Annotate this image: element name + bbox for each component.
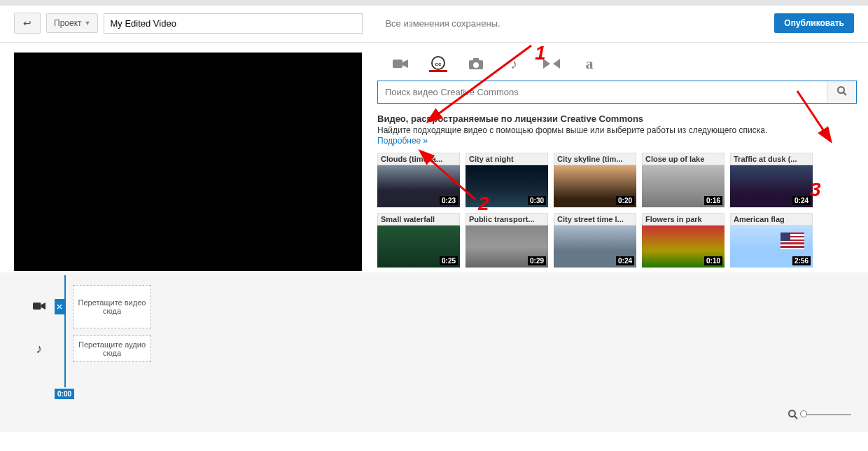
zoom-slider[interactable]: [802, 414, 851, 415]
thumbnail-title: Traffic at dusk (...: [730, 153, 813, 165]
tab-titles[interactable]: a: [580, 55, 598, 72]
thumbnail-duration: 0:25: [440, 256, 458, 265]
thumbnail-title: City street time l...: [554, 213, 636, 226]
thumbnail-image: 0:23: [377, 165, 460, 207]
thumbnail-title: Clouds (time la...: [377, 153, 460, 165]
svg-line-7: [844, 92, 846, 95]
svg-rect-0: [393, 60, 402, 68]
camera-icon: [468, 57, 484, 70]
search-icon: [837, 86, 847, 96]
thumbnail-title: Small waterfall: [377, 213, 460, 226]
video-dropzone[interactable]: Перетащите видео сюда: [73, 285, 151, 328]
thumbnail-image: 0:16: [642, 165, 724, 207]
video-thumbnail[interactable]: City skyline (tim...0:20: [554, 153, 636, 207]
tab-transitions[interactable]: [542, 55, 561, 72]
zoom-knob[interactable]: [800, 410, 807, 417]
header-bar: ↩ Проект▼ Все изменения сохранены. Опубл…: [0, 6, 868, 43]
project-menu[interactable]: Проект▼: [46, 13, 98, 33]
music-note-icon: ♪: [32, 342, 46, 356]
thumbnail-image: 0:25: [377, 226, 460, 268]
video-thumbnail[interactable]: Traffic at dusk (...0:24: [730, 153, 813, 207]
thumbnail-title: Close up of lake: [642, 153, 724, 165]
save-status: Все изменения сохранены.: [385, 18, 500, 29]
video-thumbnail[interactable]: City at night0:30: [465, 153, 548, 207]
video-camera-icon: [393, 58, 408, 69]
svg-rect-4: [473, 58, 479, 61]
tab-photos[interactable]: [467, 55, 485, 72]
thumbnail-image: 0:30: [465, 165, 548, 207]
thumbnail-image: 0:20: [554, 165, 636, 207]
thumbnail-duration: 0:29: [528, 256, 546, 265]
cc-icon: cc: [431, 56, 445, 70]
cc-more-link[interactable]: Подробнее »: [377, 136, 428, 146]
text-icon: a: [586, 55, 594, 73]
thumbnail-title: American flag: [730, 213, 813, 226]
video-thumbnail[interactable]: City street time l...0:24: [554, 213, 636, 268]
thumbnail-duration: 0:10: [704, 256, 722, 265]
svg-line-16: [794, 416, 797, 419]
video-thumbnail[interactable]: Close up of lake0:16: [642, 153, 724, 207]
publish-button[interactable]: Опубликовать: [774, 13, 854, 33]
cc-title: Видео, распространяемые по лицензии Crea…: [377, 113, 848, 124]
cc-results[interactable]: Видео, распространяемые по лицензии Crea…: [377, 113, 857, 270]
playhead-handle[interactable]: [55, 299, 64, 314]
video-track: Перетащите видео сюда: [32, 285, 854, 328]
source-tabs: cc ♪ a: [377, 53, 857, 76]
thumbnail-image: 0:29: [465, 226, 548, 268]
thumbnail-image: 0:24: [554, 226, 636, 268]
search-button[interactable]: [827, 81, 856, 103]
video-preview[interactable]: [14, 53, 362, 271]
svg-point-5: [473, 62, 479, 68]
zoom-control[interactable]: [788, 410, 851, 419]
playhead-time: 0:00: [55, 389, 74, 399]
thumbnail-image: 0:24: [730, 165, 813, 207]
thumbnail-title: Public transport...: [465, 213, 548, 226]
video-thumbnail[interactable]: Small waterfall0:25: [377, 213, 460, 268]
thumbnails-grid: Clouds (time la...0:23City at night0:30C…: [377, 153, 848, 270]
transition-icon: [543, 59, 560, 69]
search-input[interactable]: [378, 81, 827, 103]
thumbnail-duration: 0:24: [792, 196, 811, 205]
svg-text:cc: cc: [435, 61, 442, 67]
audio-dropzone[interactable]: Перетащите аудио сюда: [73, 335, 151, 362]
playhead-line[interactable]: [64, 275, 66, 387]
thumbnail-duration: 0:16: [704, 196, 722, 205]
video-camera-icon: [32, 300, 46, 314]
svg-point-15: [789, 410, 795, 417]
music-note-icon: ♪: [510, 56, 517, 72]
thumbnail-duration: 0:23: [440, 196, 458, 205]
timeline: Перетащите видео сюда ♪ Перетащите аудио…: [0, 272, 868, 432]
tab-my-videos[interactable]: [391, 55, 410, 72]
video-thumbnail[interactable]: Public transport...0:29: [465, 213, 548, 268]
tab-audio[interactable]: ♪: [505, 55, 523, 72]
video-title-input[interactable]: [104, 13, 363, 34]
project-label: Проект: [54, 18, 82, 28]
cc-description: Найдите подходящие видео с помощью формы…: [377, 125, 848, 135]
thumbnail-duration: 0:20: [616, 196, 634, 205]
thumbnail-duration: 0:30: [528, 196, 546, 205]
thumbnail-title: City skyline (tim...: [554, 153, 636, 165]
video-thumbnail[interactable]: Flowers in park0:10: [642, 213, 724, 268]
back-button[interactable]: ↩: [14, 13, 41, 34]
dropdown-caret-icon: ▼: [85, 20, 91, 27]
tab-creative-commons[interactable]: cc: [429, 55, 447, 72]
thumbnail-duration: 0:24: [616, 256, 634, 265]
svg-point-6: [838, 87, 844, 93]
thumbnail-image: 0:10: [642, 226, 724, 268]
thumbnail-title: Flowers in park: [642, 213, 724, 226]
thumbnail-title: City at night: [465, 153, 548, 165]
audio-track: ♪ Перетащите аудио сюда: [32, 335, 854, 362]
thumbnail-duration: 2:56: [792, 256, 811, 265]
search-row: [377, 81, 857, 104]
video-thumbnail[interactable]: Clouds (time la...0:23: [377, 153, 460, 207]
svg-rect-14: [33, 303, 41, 310]
thumbnail-image: 2:56: [730, 226, 813, 268]
zoom-icon: [788, 410, 798, 419]
video-thumbnail[interactable]: American flag2:56: [730, 213, 813, 268]
